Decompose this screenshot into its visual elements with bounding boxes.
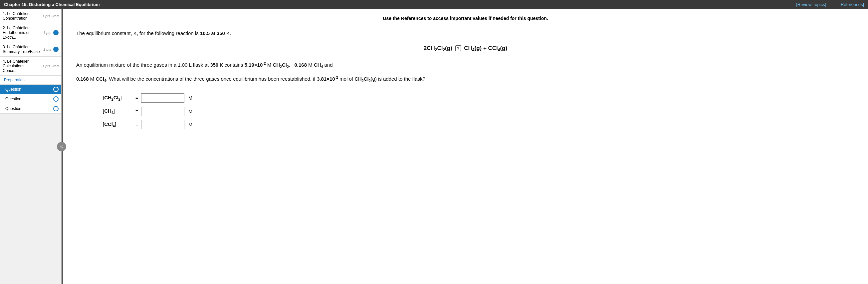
sidebar-sub-question-2-badge xyxy=(53,96,59,102)
content-area: Use the References to access important v… xyxy=(63,9,868,284)
sidebar-sub-question-1-badge xyxy=(53,87,59,92)
answer-row-ccl4: [CCl4] = M xyxy=(103,120,192,129)
equals-3: = xyxy=(135,120,138,129)
equals-1: = xyxy=(135,94,138,102)
sidebar: 1. Le Châtelier: Concentration 1 pts 2re… xyxy=(0,9,62,284)
answer-label-ch2cl2: [CH2Cl2] xyxy=(103,93,133,103)
references-link[interactable]: [References] xyxy=(839,2,864,7)
temp-value: 350 xyxy=(217,30,225,36)
preparation-label: Preparation xyxy=(0,76,61,85)
sidebar-item-3[interactable]: 3. Le Châtelier: Summary True/False 1 pt… xyxy=(0,42,61,57)
collapse-sidebar-button[interactable]: < xyxy=(57,142,66,151)
continuation-paragraph: 0.168 M CCl4. What will be the concentra… xyxy=(76,75,855,84)
conc1: 5.19×10-2 xyxy=(245,62,266,68)
sidebar-sub-question-3-badge xyxy=(53,106,59,111)
sidebar-item-2-badge xyxy=(53,30,59,35)
at-text: at xyxy=(211,30,217,36)
sidebar-sub-question-1[interactable]: Question xyxy=(0,85,61,94)
sidebar-sub-question-2[interactable]: Question xyxy=(0,94,61,104)
sidebar-sub-question-2-label: Question xyxy=(5,97,21,101)
equation-right: CH4(g) + CCl4(g) xyxy=(464,45,507,51)
equals-2: = xyxy=(135,107,138,116)
sidebar-sub-question-3[interactable]: Question xyxy=(0,104,61,114)
intro-paragraph: The equilibrium constant, K, for the fol… xyxy=(76,29,855,38)
conc3: 0.168 xyxy=(76,76,89,82)
answer-input-ch2cl2[interactable] xyxy=(141,93,184,103)
help-icon[interactable]: ? xyxy=(455,45,461,51)
unit-2: M xyxy=(188,107,193,116)
temp-unit: K. xyxy=(226,30,231,36)
sidebar-item-1-meta: 1 pts 2req xyxy=(42,14,59,18)
equation-block: 2CH2Cl2(g) ? CH4(g) + CCl4(g) xyxy=(76,44,855,54)
sidebar-sub-question-3-label: Question xyxy=(5,106,21,111)
top-bar-links: [Review Topics] [References] xyxy=(796,2,864,7)
sidebar-item-2[interactable]: 2. Le Châtelier: Endothermic or Exoth...… xyxy=(0,23,61,42)
chapter-title: Chapter 15: Disturbing a Chemical Equili… xyxy=(4,2,100,7)
answer-row-ch2cl2: [CH2Cl2] = M xyxy=(103,93,192,103)
bold-temp: 350 xyxy=(210,62,218,68)
sidebar-item-2-label: 2. Le Châtelier: Endothermic or Exoth... xyxy=(3,26,42,40)
sidebar-sub-question-1-label: Question xyxy=(5,87,21,92)
k-value: 10.5 xyxy=(200,30,210,36)
question-body: The equilibrium constant, K, for the fol… xyxy=(76,29,855,129)
sidebar-item-3-label: 3. Le Châtelier: Summary True/False xyxy=(3,45,42,54)
added-val: 3.81×10-2 xyxy=(317,76,338,82)
review-topics-link[interactable]: [Review Topics] xyxy=(796,2,826,7)
sidebar-item-1[interactable]: 1. Le Châtelier: Concentration 1 pts 2re… xyxy=(0,9,61,23)
top-bar: Chapter 15: Disturbing a Chemical Equili… xyxy=(0,0,868,9)
sidebar-item-1-label: 1. Le Châtelier: Concentration xyxy=(3,11,41,21)
answer-input-ccl4[interactable] xyxy=(141,120,184,129)
sidebar-item-3-meta: 1 pts xyxy=(43,47,51,51)
intro-text: The equilibrium constant, K, for the fol… xyxy=(76,30,199,36)
content-notice: Use the References to access important v… xyxy=(76,16,855,21)
divider: < xyxy=(62,9,63,284)
main-layout: 1. Le Châtelier: Concentration 1 pts 2re… xyxy=(0,9,868,284)
answer-label-ch4: [CH4] xyxy=(103,107,133,116)
sidebar-item-3-badge xyxy=(53,47,59,52)
equation-left: 2CH2Cl2(g) xyxy=(424,45,452,51)
answer-input-ch4[interactable] xyxy=(141,107,184,116)
answer-label-ccl4: [CCl4] xyxy=(103,120,133,129)
unit-3: M xyxy=(188,120,193,129)
answer-section: [CH2Cl2] = M [CH4] = M [CCl4] = xyxy=(76,93,855,129)
sidebar-item-4[interactable]: 4. Le Châtelier Calculations: Conce... 1… xyxy=(0,57,61,76)
sidebar-item-4-label: 4. Le Châtelier Calculations: Conce... xyxy=(3,59,41,73)
sidebar-item-2-meta: 1 pts xyxy=(43,31,51,35)
answer-row-ch4: [CH4] = M xyxy=(103,107,192,116)
main-paragraph: An equilibrium mixture of the three gase… xyxy=(76,61,855,70)
unit-1: M xyxy=(188,94,193,102)
conc2: 0.168 xyxy=(294,62,307,68)
sidebar-item-4-meta: 1 pts 2req xyxy=(42,64,59,68)
